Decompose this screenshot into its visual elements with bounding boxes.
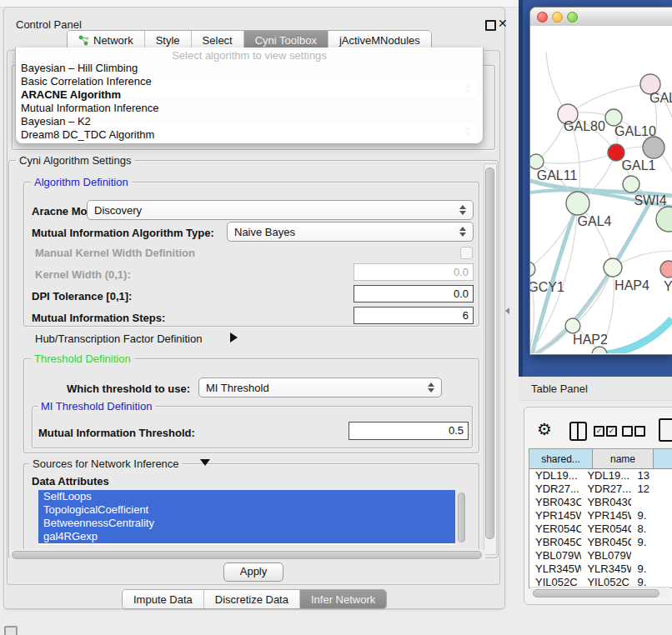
kernel-width-label: Kernel Width (0,1): [35,268,131,281]
mi-steps-field[interactable]: 6 [354,307,474,324]
mi-type-value: Naive Bayes [234,226,454,238]
which-threshold-combo[interactable]: MI Threshold [198,378,442,398]
network-node-y-node[interactable] [660,261,672,278]
apply-button[interactable]: Apply [223,562,283,582]
tab-cyni-toolbox[interactable]: Cyni Toolbox [243,31,328,49]
cyni-algorithm-settings-title: Cyni Algorithm Settings [16,155,134,166]
network-node-hap4[interactable] [604,258,622,277]
network-node-hap2[interactable] [565,318,580,333]
bottom-tab-infer-network[interactable]: Infer Network [299,590,386,608]
algorithm-option-mutual-information-inference[interactable]: Mutual Information Inference [16,102,483,115]
tab-label: Network [93,34,133,47]
float-window-icon[interactable] [485,20,496,31]
network-node-gal10[interactable] [605,109,622,126]
tab-jactivemnodules[interactable]: jActiveMNodules [328,31,431,49]
table-row[interactable]: YBR043CYBR043C [529,496,672,509]
bottom-tab-label: Impute Data [133,593,193,606]
gear-icon[interactable]: ⚙ [537,419,552,439]
table-row[interactable]: YER054CYER054C8. [529,522,672,536]
table-row[interactable]: YPR145WYPR145W9. [529,509,672,522]
attribute-item-selfloops[interactable]: SelfLoops [38,490,455,503]
network-node-swi4[interactable] [623,176,639,192]
network-node-node-right[interactable] [656,207,672,232]
table-row[interactable]: YBL079WYBL079W [529,549,672,562]
zoom-traffic-light-icon[interactable] [567,12,578,22]
settings-horizontal-scrollbar[interactable] [10,549,485,560]
network-node-node-gray[interactable] [643,137,664,158]
network-node-node-bottom[interactable] [592,347,607,353]
manual-kernel-checkbox[interactable] [460,247,473,259]
table-row[interactable]: YLR345WYLR345W9. [529,562,672,576]
tab-select[interactable]: Select [191,31,243,49]
mi-threshold-field[interactable]: 0.5 [349,422,469,440]
close-icon[interactable]: ✕ [498,17,508,30]
checkbox-unchecked-icon[interactable] [622,426,633,437]
docked-panel-icon[interactable] [4,626,18,635]
table-cell: 13 [631,469,672,482]
network-node-label: GCY1 [530,280,564,294]
table-row[interactable]: YBR045CYBR045C9. [529,536,672,549]
table-horizontal-scrollbar-thumb[interactable] [533,589,659,598]
document-icon[interactable] [659,418,672,442]
bottom-tab-impute-data[interactable]: Impute Data [123,590,203,608]
table-cell: 8. [631,522,672,536]
attribute-item-gal4rgexp[interactable]: gal4RGexp [38,530,455,543]
attribute-table[interactable]: shared...nameA YDL19...YDL19...13YDR27..… [529,448,672,588]
mi-steps-label: Mutual Information Steps: [32,312,165,324]
table-panel-header: Table Panel [519,377,672,401]
algorithm-popup-list: Bayesian – Hill ClimbingBasic Correlatio… [16,62,483,142]
attribute-item-betweennesscentrality[interactable]: BetweennessCentrality [38,517,455,530]
table-cell: 9. [631,509,672,522]
checkbox-unchecked-icon[interactable] [634,426,645,437]
columns-icon[interactable] [569,422,587,441]
network-window[interactable]: GALGAL80GAL10GAL1GAL11SWI4GAL4HAP4YGCY1H… [529,7,672,355]
network-canvas[interactable]: GALGAL80GAL10GAL1GAL11SWI4GAL4HAP4YGCY1H… [530,26,672,353]
hub-definition-toggle[interactable]: Hub/Transcription Factor Definition [35,332,202,345]
settings-horizontal-scrollbar-thumb[interactable] [12,551,482,559]
algorithm-option-dream8-dc-tdc-algorithm[interactable]: Dream8 DC_TDC Algorithm [16,128,483,142]
collapse-down-icon[interactable] [200,459,210,466]
split-pane-collapse-icon[interactable] [505,308,509,314]
mi-type-combo[interactable]: Naive Bayes [227,222,474,242]
algorithm-option-bayesian-k2[interactable]: Bayesian – K2 [16,115,483,128]
table-horizontal-scrollbar[interactable] [530,587,670,598]
aracne-mode-combo[interactable]: Discovery [87,200,474,220]
table-cell: YLR345W [581,562,631,576]
checkbox-checked-icon[interactable]: ✓ [606,426,617,437]
tab-style[interactable]: Style [144,31,191,49]
table-row[interactable]: YDR27...YDR27...12 [529,482,672,496]
network-window-titlebar[interactable] [530,8,672,27]
network-node-gal11[interactable] [530,154,544,169]
column-header-name[interactable]: name [593,449,654,468]
minimize-traffic-light-icon[interactable] [552,12,563,22]
table-cell: 9. [631,562,672,576]
table-row[interactable]: YDL19...YDL19...13 [529,469,672,482]
settings-vertical-scrollbar[interactable] [484,163,497,555]
tab-label: Style [156,34,180,47]
algorithm-option-basic-correlation-inference[interactable]: Basic Correlation Inference [16,75,483,88]
which-threshold-value: MI Threshold [206,382,423,394]
data-attributes-list[interactable]: SelfLoopsTopologicalCoefficientBetweenne… [38,490,455,545]
checkbox-checked-icon[interactable]: ✓ [594,426,604,437]
column-header-a[interactable]: A [654,449,672,468]
kernel-width-field[interactable]: 0.0 [354,263,474,281]
network-node-gal4[interactable] [566,192,589,215]
bottom-tab-discretize-data[interactable]: Discretize Data [203,590,299,608]
close-traffic-light-icon[interactable] [537,12,548,22]
tab-network[interactable]: Network [68,31,144,49]
algorithm-option-aracne-algorithm[interactable]: ARACNE Algorithm [16,88,483,102]
attribute-item-topologicalcoefficient[interactable]: TopologicalCoefficient [38,503,455,517]
column-header-shared[interactable]: shared... [529,449,593,468]
data-attributes-label: Data Attributes [32,475,109,488]
algorithm-option-bayesian-hill-climbing[interactable]: Bayesian – Hill Climbing [16,62,483,75]
attributes-scrollbar[interactable] [457,491,465,544]
table-cell: YDR27... [581,482,631,496]
network-node-label: GAL4 [578,214,612,228]
network-node-label: GAL11 [537,168,578,182]
dpi-tolerance-field[interactable]: 0.0 [354,285,474,302]
expand-right-icon[interactable] [230,332,238,342]
settings-vertical-scrollbar-thumb[interactable] [485,168,494,539]
table-cell: YDL19... [529,469,581,482]
attributes-scrollbar-thumb[interactable] [458,492,465,542]
control-panel-title: Control Panel [16,18,82,31]
